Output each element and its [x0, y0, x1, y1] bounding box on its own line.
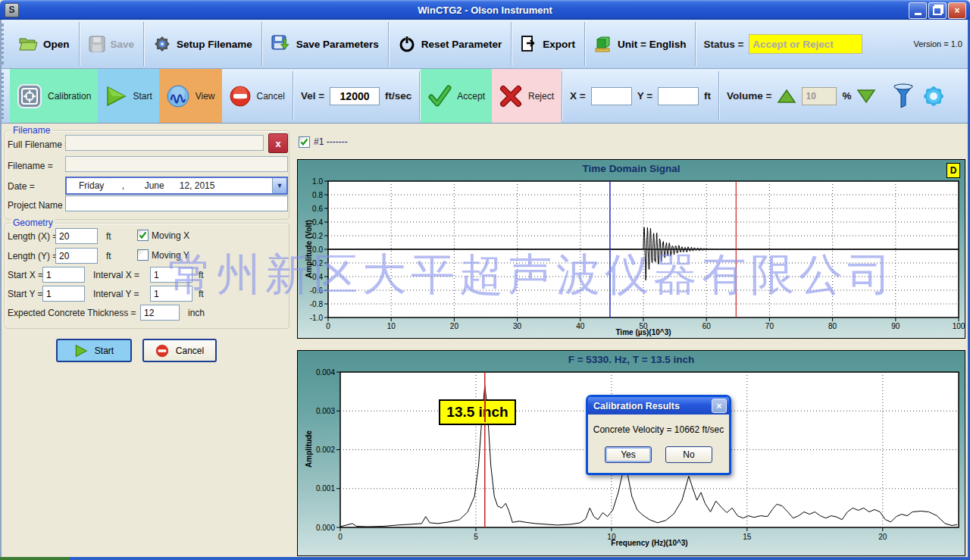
svg-text:1.0: 1.0 — [312, 177, 323, 186]
minimize-icon — [915, 13, 922, 15]
save-parameters-icon — [271, 35, 291, 53]
separator — [511, 22, 512, 67]
frequency-chart: F = 5330. Hz, T = 13.5 inch 0.0000.0010.… — [297, 350, 965, 556]
volume-down-icon[interactable] — [856, 88, 876, 105]
date-label: Date = — [8, 181, 35, 192]
time-domain-plot[interactable]: 1.00.80.60.40.20.0-0.2-0.4-0.6-0.8-1.001… — [298, 160, 966, 339]
reset-parameter-button[interactable]: Reset Parameter — [390, 20, 511, 68]
svg-text:0.2: 0.2 — [312, 232, 323, 240]
start-x-input[interactable] — [42, 267, 85, 283]
panel-cancel-label: Cancel — [176, 346, 204, 356]
main-toolbar: Open Save Setup Filename Save Parameters… — [0, 20, 970, 69]
status-field[interactable] — [749, 34, 862, 54]
project-name-input[interactable] — [65, 196, 288, 211]
close-button[interactable]: × — [948, 2, 966, 19]
interval-y-input[interactable] — [150, 286, 192, 302]
interval-y-unit: ft — [199, 289, 204, 299]
velocity-input[interactable] — [330, 87, 380, 105]
svg-text:0.002: 0.002 — [316, 446, 335, 454]
reject-button[interactable]: Reject — [492, 69, 561, 123]
length-y-unit: ft — [106, 251, 111, 261]
titlebar[interactable]: S WinCTG2 - Olson Instrument × — [0, 0, 970, 20]
restore-button[interactable] — [928, 2, 947, 19]
clear-filename-button[interactable]: x — [268, 133, 288, 153]
save-button[interactable]: Save — [80, 20, 143, 68]
interval-x-input[interactable] — [150, 267, 192, 283]
play-icon — [105, 85, 127, 108]
filename-label: Filename = — [8, 161, 53, 171]
export-button[interactable]: Export — [512, 20, 584, 68]
dialog-message: Concrete Velocity = 10662 ft/sec — [588, 424, 729, 435]
filter-icon[interactable] — [892, 83, 915, 109]
separator — [261, 22, 262, 67]
moving-y-label: Moving Y — [152, 250, 189, 261]
app-icon: S — [5, 3, 19, 17]
reject-label: Reject — [528, 91, 554, 102]
start-button[interactable]: Start — [98, 69, 158, 123]
separator — [695, 22, 696, 67]
save-parameters-button[interactable]: Save Parameters — [263, 20, 387, 68]
panel-start-label: Start — [95, 346, 114, 356]
interval-y-label: Interval Y = — [93, 289, 139, 299]
filename-group-title: Filename — [11, 125, 52, 136]
full-filename-label: Full Filename = — [8, 139, 70, 150]
start-y-input[interactable] — [42, 286, 85, 302]
y-input[interactable] — [658, 87, 699, 105]
separator — [419, 71, 420, 120]
x-input[interactable] — [591, 87, 632, 105]
panel-cancel-button[interactable]: Cancel — [142, 339, 217, 362]
unit-button[interactable]: Unit = English — [586, 20, 694, 68]
winctg2-window: S WinCTG2 - Olson Instrument × Open Save… — [0, 0, 970, 560]
window-border — [0, 20, 2, 560]
start-y-label: Start Y = — [8, 289, 43, 299]
volume-unit: % — [842, 90, 851, 102]
open-button[interactable]: Open — [10, 20, 78, 68]
calibration-label: Calibration — [48, 91, 91, 102]
dialog-titlebar[interactable]: Calibration Results × — [588, 397, 729, 415]
thickness-input[interactable] — [140, 305, 180, 321]
signal-1-checkbox[interactable] — [299, 136, 310, 148]
calibration-button[interactable]: Calibration — [10, 69, 98, 123]
svg-text:0.8: 0.8 — [312, 191, 323, 199]
restore-icon — [933, 6, 942, 15]
vel-label: Vel = — [301, 90, 324, 102]
moving-y-checkbox[interactable] — [137, 249, 149, 261]
vel-unit: ft/sec — [385, 90, 411, 102]
length-x-input[interactable] — [55, 228, 98, 244]
settings-gear-icon[interactable] — [921, 83, 947, 109]
separator — [584, 22, 585, 67]
cancel-button[interactable]: Cancel — [222, 69, 292, 123]
accept-button[interactable]: Accept — [421, 69, 492, 123]
setup-filename-button[interactable]: Setup Filename — [145, 20, 261, 68]
toolbar-grip[interactable] — [2, 23, 8, 64]
dialog-close-button[interactable]: × — [712, 399, 727, 413]
view-label: View — [196, 91, 215, 102]
x-icon — [499, 85, 523, 108]
power-icon — [398, 35, 416, 53]
time-domain-chart: Time Domain Signal D 1.00.80.60.40.20.0-… — [297, 159, 965, 339]
minimize-button[interactable] — [909, 2, 927, 19]
svg-text:0.003: 0.003 — [316, 407, 335, 415]
window-title: WinCTG2 - Olson Instrument — [0, 5, 970, 16]
filename-input[interactable] — [65, 156, 288, 172]
volume-label: Volume = — [727, 90, 771, 102]
no-entry-icon — [229, 85, 252, 108]
volume-up-icon[interactable] — [777, 88, 796, 105]
length-y-input[interactable] — [55, 248, 98, 264]
svg-text:0.6: 0.6 — [312, 205, 323, 213]
moving-x-checkbox[interactable] — [137, 230, 149, 241]
toolbar-grip[interactable] — [2, 73, 8, 118]
view-button[interactable]: View — [159, 69, 222, 123]
dropdown-arrow-icon[interactable]: ▼ — [272, 178, 286, 193]
version-label: Version = 1.0 — [913, 39, 962, 48]
panel-start-button[interactable]: Start — [56, 339, 132, 362]
y-label: Y = — [637, 90, 652, 102]
calibration-icon — [17, 83, 42, 109]
geometry-group-title: Geometry — [11, 217, 55, 228]
date-dropdown[interactable]: Friday , June 12, 2015 ▼ — [65, 177, 288, 195]
volume-input[interactable] — [802, 87, 837, 105]
full-filename-input[interactable] — [65, 135, 264, 151]
no-button[interactable]: No — [665, 446, 712, 463]
yes-button[interactable]: Yes — [605, 446, 652, 463]
export-label: Export — [543, 39, 575, 50]
